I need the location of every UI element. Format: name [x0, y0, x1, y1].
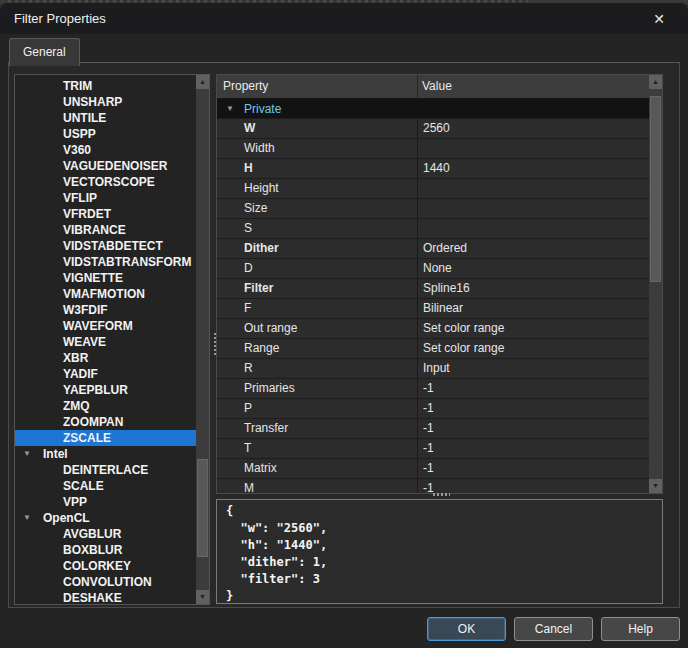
filter-list-items: TRIMUNSHARPUNTILEUSPPV360VAGUEDENOISERVE… [15, 75, 196, 604]
table-scrollbar[interactable]: ▲ ▼ [649, 75, 662, 493]
list-item-colorkey[interactable]: COLORKEY [15, 558, 196, 574]
group-row-private[interactable]: ▼ Private [217, 99, 649, 119]
property-row-h[interactable]: H1440 [217, 159, 649, 179]
filter-listbox: TRIMUNSHARPUNTILEUSPPV360VAGUEDENOISERVE… [14, 74, 210, 605]
help-button[interactable]: Help [601, 617, 680, 641]
list-item-vflip[interactable]: VFLIP [15, 190, 196, 206]
scroll-down-icon[interactable]: ▼ [196, 590, 209, 604]
property-name: W [217, 119, 417, 138]
list-item-vectorscope[interactable]: VECTORSCOPE [15, 174, 196, 190]
property-value: 2560 [417, 119, 649, 138]
list-item-yadif[interactable]: YADIF [15, 366, 196, 382]
list-item-uspp[interactable]: USPP [15, 126, 196, 142]
item-label: DEINTERLACE [63, 463, 148, 477]
property-row-matrix[interactable]: Matrix-1 [217, 459, 649, 479]
table-scrollbar-thumb[interactable] [650, 96, 661, 282]
json-options-editor[interactable]: { "w": "2560", "h": "1440", "dither": 1,… [216, 499, 663, 604]
list-item-yaepblur[interactable]: YAEPBLUR [15, 382, 196, 398]
property-row-out-range[interactable]: Out rangeSet color range [217, 319, 649, 339]
item-label: WEAVE [63, 335, 106, 349]
property-name: Width [217, 139, 417, 158]
item-label: W3FDIF [63, 303, 108, 317]
list-item-avgblur[interactable]: AVGBLUR [15, 526, 196, 542]
property-row-size[interactable]: Size [217, 199, 649, 219]
list-item-xbr[interactable]: XBR [15, 350, 196, 366]
collapse-icon[interactable]: ▼ [23, 446, 31, 462]
item-label: ZOOMPAN [63, 415, 123, 429]
property-row-filter[interactable]: FilterSpline16 [217, 279, 649, 299]
property-row-range[interactable]: RangeSet color range [217, 339, 649, 359]
item-label: YADIF [63, 367, 98, 381]
list-item-vignette[interactable]: VIGNETTE [15, 270, 196, 286]
list-item-boxblur[interactable]: BOXBLUR [15, 542, 196, 558]
list-item-convolution[interactable]: CONVOLUTION [15, 574, 196, 590]
list-item-vpp[interactable]: VPP [15, 494, 196, 510]
property-name: Height [217, 179, 417, 198]
list-item-zmq[interactable]: ZMQ [15, 398, 196, 414]
property-row-width[interactable]: Width [217, 139, 649, 159]
cancel-button[interactable]: Cancel [514, 617, 593, 641]
property-name: Primaries [217, 379, 417, 398]
list-item-weave[interactable]: WEAVE [15, 334, 196, 350]
property-name: Out range [217, 319, 417, 338]
property-name: F [217, 299, 417, 318]
list-item-waveform[interactable]: WAVEFORM [15, 318, 196, 334]
list-item-vidstabdetect[interactable]: VIDSTABDETECT [15, 238, 196, 254]
tree-group-opencl[interactable]: ▼OpenCL [15, 510, 196, 526]
list-scrollbar[interactable]: ▲ ▼ [196, 75, 209, 604]
property-value: Bilinear [417, 299, 649, 318]
list-item-vfrdet[interactable]: VFRDET [15, 206, 196, 222]
horizontal-splitter[interactable] [433, 493, 450, 496]
item-label: VFRDET [63, 207, 111, 221]
property-value: Set color range [417, 339, 649, 358]
property-row-f[interactable]: FBilinear [217, 299, 649, 319]
property-row-s[interactable]: S [217, 219, 649, 239]
list-item-deinterlace[interactable]: DEINTERLACE [15, 462, 196, 478]
property-value: None [417, 259, 649, 278]
property-row-w[interactable]: W2560 [217, 119, 649, 139]
list-item-vaguedenoiser[interactable]: VAGUEDENOISER [15, 158, 196, 174]
property-value: Input [417, 359, 649, 378]
property-row-r[interactable]: RInput [217, 359, 649, 379]
property-row-primaries[interactable]: Primaries-1 [217, 379, 649, 399]
list-item-zscale[interactable]: ZSCALE [15, 430, 196, 446]
list-item-zoompan[interactable]: ZOOMPAN [15, 414, 196, 430]
item-label: ZSCALE [63, 431, 111, 445]
list-item-vmafmotion[interactable]: VMAFMOTION [15, 286, 196, 302]
list-item-vidstabtransform[interactable]: VIDSTABTRANSFORM [15, 254, 196, 270]
collapse-icon[interactable]: ▼ [226, 99, 234, 119]
property-row-t[interactable]: T-1 [217, 439, 649, 459]
dialog-buttons: OK Cancel Help [427, 617, 680, 641]
title-bar[interactable]: Filter Properties ✕ [0, 3, 688, 34]
collapse-icon[interactable]: ▼ [23, 510, 31, 526]
list-item-untile[interactable]: UNTILE [15, 110, 196, 126]
property-row-height[interactable]: Height [217, 179, 649, 199]
table-header: Property Value [217, 75, 649, 99]
property-row-d[interactable]: DNone [217, 259, 649, 279]
property-row-m[interactable]: M-1 [217, 479, 649, 493]
list-item-v360[interactable]: V360 [15, 142, 196, 158]
list-item-unsharp[interactable]: UNSHARP [15, 94, 196, 110]
item-label: WAVEFORM [63, 319, 133, 333]
item-label: AVGBLUR [63, 527, 121, 541]
list-scrollbar-thumb[interactable] [197, 459, 208, 557]
ok-button[interactable]: OK [427, 617, 506, 641]
close-icon[interactable]: ✕ [650, 10, 668, 28]
list-item-scale[interactable]: SCALE [15, 478, 196, 494]
property-row-transfer[interactable]: Transfer-1 [217, 419, 649, 439]
property-row-dither[interactable]: DitherOrdered [217, 239, 649, 259]
list-item-w3fdif[interactable]: W3FDIF [15, 302, 196, 318]
property-value: -1 [417, 479, 649, 493]
item-label: VPP [63, 495, 87, 509]
scroll-up-icon[interactable]: ▲ [196, 75, 209, 89]
tree-group-intel[interactable]: ▼Intel [15, 446, 196, 462]
list-item-vibrance[interactable]: VIBRANCE [15, 222, 196, 238]
tab-general[interactable]: General [9, 38, 80, 66]
scroll-down-icon[interactable]: ▼ [649, 479, 662, 493]
scroll-up-icon[interactable]: ▲ [649, 75, 662, 89]
item-label: VIBRANCE [63, 223, 126, 237]
item-label: VIDSTABTRANSFORM [63, 255, 191, 269]
property-row-p[interactable]: P-1 [217, 399, 649, 419]
list-item-trim[interactable]: TRIM [15, 78, 196, 94]
list-item-deshake[interactable]: DESHAKE [15, 590, 196, 604]
